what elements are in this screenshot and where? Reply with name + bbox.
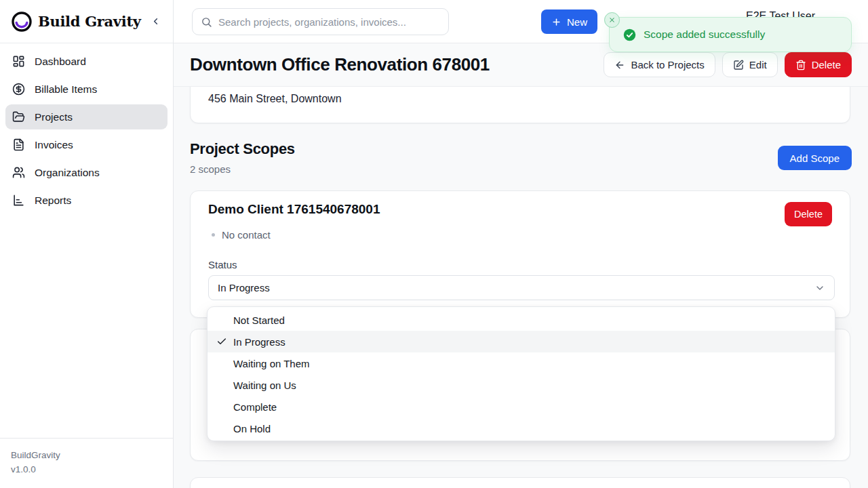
chevron-left-icon — [151, 16, 161, 26]
option-label: In Progress — [233, 336, 285, 348]
delete-project-button[interactable]: Delete — [785, 52, 852, 77]
status-dropdown-menu: Not Started In Progress Waiting on Them … — [207, 306, 835, 441]
sidebar-item-label: Reports — [35, 195, 71, 207]
option-label: Complete — [233, 401, 277, 413]
scope-card — [190, 477, 850, 488]
scopes-section-title: Project Scopes — [190, 140, 295, 158]
scope-card: Demo Client 1761540678001 Delete No cont… — [190, 190, 850, 318]
brand-logo-icon — [11, 11, 33, 33]
option-label: Waiting on Them — [233, 358, 310, 369]
status-option-waiting-on-them[interactable]: Waiting on Them — [208, 352, 835, 374]
toast-message: Scope added successfully — [644, 28, 765, 41]
toast-close-button[interactable] — [604, 12, 620, 28]
sidebar-item-dashboard[interactable]: Dashboard — [5, 49, 167, 74]
back-to-projects-button[interactable]: Back to Projects — [604, 52, 715, 77]
toast-notification: Scope added successfully — [609, 17, 852, 52]
chevron-down-icon — [814, 283, 825, 293]
page-title: Downtown Office Renovation 678001 — [190, 54, 490, 75]
scope-contact: No contact — [222, 229, 271, 241]
scopes-count: 2 scopes — [190, 163, 231, 175]
sidebar-nav: Dashboard Billable Items Projects Invoic… — [0, 43, 173, 218]
status-option-on-hold[interactable]: On Hold — [208, 418, 835, 439]
status-select[interactable]: In Progress — [208, 275, 835, 300]
search-icon — [201, 16, 212, 28]
edit-button[interactable]: Edit — [722, 52, 778, 77]
status-option-waiting-on-us[interactable]: Waiting on Us — [208, 374, 835, 396]
status-option-complete[interactable]: Complete — [208, 396, 835, 418]
arrow-left-icon — [614, 60, 625, 70]
sidebar-footer: BuildGravity v1.0.0 — [0, 438, 173, 488]
sidebar-header: Build Gravity — [0, 0, 173, 43]
new-button[interactable]: New — [541, 9, 597, 34]
sidebar-item-label: Dashboard — [35, 56, 86, 68]
sidebar-item-invoices[interactable]: Invoices — [5, 132, 167, 157]
delete-scope-button[interactable]: Delete — [785, 202, 832, 226]
status-select-value: In Progress — [218, 282, 270, 293]
trash-icon — [795, 60, 806, 70]
plus-icon — [551, 17, 561, 27]
dashboard-icon — [12, 55, 25, 68]
users-icon — [12, 166, 25, 179]
brand-name: Build Gravity — [38, 13, 141, 30]
sidebar-item-reports[interactable]: Reports — [5, 188, 167, 213]
status-option-in-progress[interactable]: In Progress — [208, 331, 835, 352]
bullet-dot-icon — [212, 233, 215, 237]
app-footer-name: BuildGravity — [11, 448, 162, 463]
close-icon — [608, 16, 616, 24]
app-version: v1.0.0 — [11, 462, 162, 477]
option-label: Waiting on Us — [233, 380, 296, 391]
search-input[interactable] — [218, 16, 440, 28]
sidebar-item-projects[interactable]: Projects — [5, 104, 167, 129]
add-scope-button[interactable]: Add Scope — [778, 146, 852, 170]
dollar-circle-icon — [12, 83, 25, 96]
check-icon — [216, 336, 227, 347]
global-search[interactable] — [192, 8, 449, 35]
file-text-icon — [12, 138, 25, 151]
status-option-not-started[interactable]: Not Started — [208, 309, 835, 331]
bar-chart-icon — [12, 194, 25, 207]
scope-title: Demo Client 1761540678001 — [208, 202, 380, 217]
folder-open-icon — [12, 110, 25, 123]
sidebar-item-label: Invoices — [35, 139, 73, 151]
sidebar-collapse-button[interactable] — [147, 14, 163, 30]
sidebar-item-label: Organizations — [35, 167, 100, 179]
project-address: 456 Main Street, Downtown — [208, 93, 342, 105]
main-content: 456 Main Street, Downtown Project Scopes… — [174, 87, 868, 488]
edit-button-label: Edit — [749, 59, 767, 70]
sidebar-item-label: Billable Items — [35, 83, 97, 96]
app-window: Build Gravity Dashboard Billable Items — [0, 0, 868, 488]
option-label: Not Started — [233, 314, 285, 326]
status-label: Status — [208, 259, 237, 270]
sidebar-item-organizations[interactable]: Organizations — [5, 160, 167, 185]
new-button-label: New — [567, 16, 587, 28]
scope-contact-row: No contact — [212, 229, 271, 241]
delete-button-label: Delete — [812, 59, 841, 70]
sidebar: Build Gravity Dashboard Billable Items — [0, 0, 174, 488]
page-header-actions: Back to Projects Edit Delete — [604, 52, 852, 77]
back-button-label: Back to Projects — [631, 59, 704, 70]
sidebar-item-label: Projects — [35, 111, 73, 123]
option-label: On Hold — [233, 423, 271, 434]
edit-pencil-icon — [733, 60, 744, 70]
sidebar-item-billable-items[interactable]: Billable Items — [5, 77, 167, 102]
project-info-card: 456 Main Street, Downtown — [190, 87, 850, 123]
success-check-icon — [623, 28, 636, 41]
